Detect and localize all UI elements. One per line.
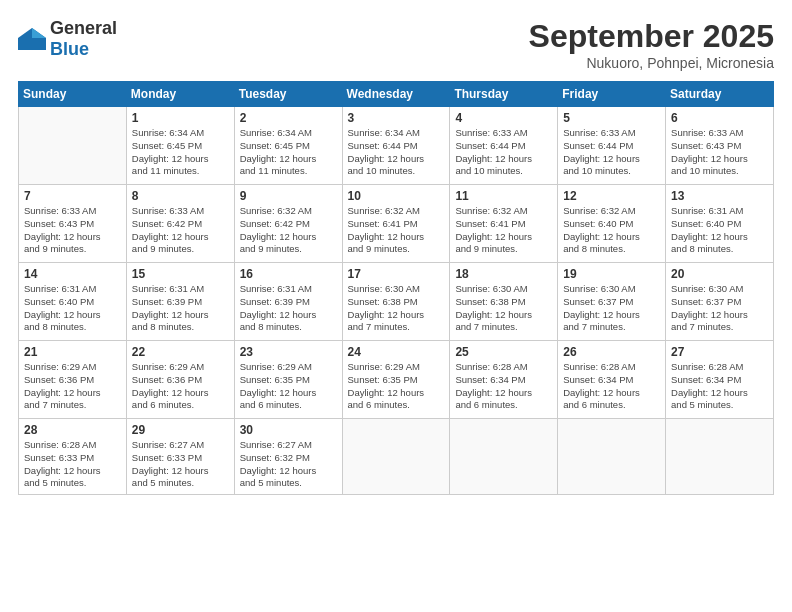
day-number: 24 [348, 345, 445, 359]
day-number: 25 [455, 345, 552, 359]
day-info: Sunrise: 6:31 AMSunset: 6:40 PMDaylight:… [671, 205, 768, 256]
month-title: September 2025 [529, 18, 774, 55]
day-info: Sunrise: 6:34 AMSunset: 6:45 PMDaylight:… [240, 127, 337, 178]
day-info: Sunrise: 6:33 AMSunset: 6:43 PMDaylight:… [671, 127, 768, 178]
calendar-cell: 15Sunrise: 6:31 AMSunset: 6:39 PMDayligh… [126, 263, 234, 341]
day-info: Sunrise: 6:29 AMSunset: 6:35 PMDaylight:… [240, 361, 337, 412]
day-number: 26 [563, 345, 660, 359]
day-info: Sunrise: 6:32 AMSunset: 6:41 PMDaylight:… [348, 205, 445, 256]
calendar-cell: 29Sunrise: 6:27 AMSunset: 6:33 PMDayligh… [126, 419, 234, 495]
logo-general: General [50, 18, 117, 38]
calendar-week-row: 21Sunrise: 6:29 AMSunset: 6:36 PMDayligh… [19, 341, 774, 419]
day-info: Sunrise: 6:34 AMSunset: 6:45 PMDaylight:… [132, 127, 229, 178]
calendar-week-row: 28Sunrise: 6:28 AMSunset: 6:33 PMDayligh… [19, 419, 774, 495]
calendar-week-row: 14Sunrise: 6:31 AMSunset: 6:40 PMDayligh… [19, 263, 774, 341]
calendar-cell: 24Sunrise: 6:29 AMSunset: 6:35 PMDayligh… [342, 341, 450, 419]
header-monday: Monday [126, 82, 234, 107]
day-info: Sunrise: 6:29 AMSunset: 6:36 PMDaylight:… [24, 361, 121, 412]
day-number: 6 [671, 111, 768, 125]
calendar-cell: 1Sunrise: 6:34 AMSunset: 6:45 PMDaylight… [126, 107, 234, 185]
header-saturday: Saturday [666, 82, 774, 107]
calendar-cell: 27Sunrise: 6:28 AMSunset: 6:34 PMDayligh… [666, 341, 774, 419]
day-info: Sunrise: 6:34 AMSunset: 6:44 PMDaylight:… [348, 127, 445, 178]
day-number: 3 [348, 111, 445, 125]
calendar-cell [558, 419, 666, 495]
calendar-cell: 23Sunrise: 6:29 AMSunset: 6:35 PMDayligh… [234, 341, 342, 419]
day-number: 12 [563, 189, 660, 203]
day-number: 4 [455, 111, 552, 125]
day-number: 11 [455, 189, 552, 203]
calendar-week-row: 7Sunrise: 6:33 AMSunset: 6:43 PMDaylight… [19, 185, 774, 263]
calendar-cell: 28Sunrise: 6:28 AMSunset: 6:33 PMDayligh… [19, 419, 127, 495]
calendar-cell: 21Sunrise: 6:29 AMSunset: 6:36 PMDayligh… [19, 341, 127, 419]
calendar-cell: 7Sunrise: 6:33 AMSunset: 6:43 PMDaylight… [19, 185, 127, 263]
day-info: Sunrise: 6:28 AMSunset: 6:33 PMDaylight:… [24, 439, 121, 490]
calendar-week-row: 1Sunrise: 6:34 AMSunset: 6:45 PMDaylight… [19, 107, 774, 185]
calendar-cell: 9Sunrise: 6:32 AMSunset: 6:42 PMDaylight… [234, 185, 342, 263]
day-info: Sunrise: 6:28 AMSunset: 6:34 PMDaylight:… [563, 361, 660, 412]
day-info: Sunrise: 6:31 AMSunset: 6:40 PMDaylight:… [24, 283, 121, 334]
day-info: Sunrise: 6:32 AMSunset: 6:41 PMDaylight:… [455, 205, 552, 256]
title-block: September 2025 Nukuoro, Pohnpei, Microne… [529, 18, 774, 71]
calendar-cell: 11Sunrise: 6:32 AMSunset: 6:41 PMDayligh… [450, 185, 558, 263]
day-info: Sunrise: 6:28 AMSunset: 6:34 PMDaylight:… [455, 361, 552, 412]
header-friday: Friday [558, 82, 666, 107]
day-number: 5 [563, 111, 660, 125]
calendar-cell: 12Sunrise: 6:32 AMSunset: 6:40 PMDayligh… [558, 185, 666, 263]
day-info: Sunrise: 6:33 AMSunset: 6:44 PMDaylight:… [455, 127, 552, 178]
calendar-cell: 4Sunrise: 6:33 AMSunset: 6:44 PMDaylight… [450, 107, 558, 185]
calendar-cell [450, 419, 558, 495]
day-info: Sunrise: 6:29 AMSunset: 6:36 PMDaylight:… [132, 361, 229, 412]
calendar-cell: 5Sunrise: 6:33 AMSunset: 6:44 PMDaylight… [558, 107, 666, 185]
day-number: 29 [132, 423, 229, 437]
calendar-cell: 17Sunrise: 6:30 AMSunset: 6:38 PMDayligh… [342, 263, 450, 341]
logo-text: General Blue [50, 18, 117, 60]
calendar-cell: 18Sunrise: 6:30 AMSunset: 6:38 PMDayligh… [450, 263, 558, 341]
header-thursday: Thursday [450, 82, 558, 107]
day-number: 18 [455, 267, 552, 281]
day-info: Sunrise: 6:30 AMSunset: 6:38 PMDaylight:… [348, 283, 445, 334]
day-info: Sunrise: 6:28 AMSunset: 6:34 PMDaylight:… [671, 361, 768, 412]
day-number: 21 [24, 345, 121, 359]
day-info: Sunrise: 6:27 AMSunset: 6:33 PMDaylight:… [132, 439, 229, 490]
calendar-cell: 25Sunrise: 6:28 AMSunset: 6:34 PMDayligh… [450, 341, 558, 419]
day-number: 7 [24, 189, 121, 203]
day-info: Sunrise: 6:33 AMSunset: 6:42 PMDaylight:… [132, 205, 229, 256]
day-number: 19 [563, 267, 660, 281]
day-number: 27 [671, 345, 768, 359]
calendar-cell: 14Sunrise: 6:31 AMSunset: 6:40 PMDayligh… [19, 263, 127, 341]
day-number: 22 [132, 345, 229, 359]
day-info: Sunrise: 6:31 AMSunset: 6:39 PMDaylight:… [132, 283, 229, 334]
calendar-cell: 10Sunrise: 6:32 AMSunset: 6:41 PMDayligh… [342, 185, 450, 263]
day-info: Sunrise: 6:31 AMSunset: 6:39 PMDaylight:… [240, 283, 337, 334]
day-number: 23 [240, 345, 337, 359]
day-number: 30 [240, 423, 337, 437]
logo-blue: Blue [50, 39, 89, 59]
calendar-cell: 6Sunrise: 6:33 AMSunset: 6:43 PMDaylight… [666, 107, 774, 185]
day-info: Sunrise: 6:30 AMSunset: 6:37 PMDaylight:… [563, 283, 660, 334]
day-number: 10 [348, 189, 445, 203]
weekday-header-row: Sunday Monday Tuesday Wednesday Thursday… [19, 82, 774, 107]
day-number: 17 [348, 267, 445, 281]
calendar-cell: 26Sunrise: 6:28 AMSunset: 6:34 PMDayligh… [558, 341, 666, 419]
day-info: Sunrise: 6:27 AMSunset: 6:32 PMDaylight:… [240, 439, 337, 490]
calendar-cell [666, 419, 774, 495]
logo: General Blue [18, 18, 117, 60]
location: Nukuoro, Pohnpei, Micronesia [529, 55, 774, 71]
day-info: Sunrise: 6:32 AMSunset: 6:42 PMDaylight:… [240, 205, 337, 256]
calendar-cell: 30Sunrise: 6:27 AMSunset: 6:32 PMDayligh… [234, 419, 342, 495]
calendar-cell: 16Sunrise: 6:31 AMSunset: 6:39 PMDayligh… [234, 263, 342, 341]
svg-marker-1 [32, 28, 46, 38]
day-number: 15 [132, 267, 229, 281]
day-number: 13 [671, 189, 768, 203]
header-sunday: Sunday [19, 82, 127, 107]
day-number: 16 [240, 267, 337, 281]
calendar-cell: 3Sunrise: 6:34 AMSunset: 6:44 PMDaylight… [342, 107, 450, 185]
day-number: 2 [240, 111, 337, 125]
logo-icon [18, 28, 46, 50]
calendar-cell: 13Sunrise: 6:31 AMSunset: 6:40 PMDayligh… [666, 185, 774, 263]
day-info: Sunrise: 6:33 AMSunset: 6:43 PMDaylight:… [24, 205, 121, 256]
day-number: 9 [240, 189, 337, 203]
page: General Blue September 2025 Nukuoro, Poh… [0, 0, 792, 612]
day-number: 14 [24, 267, 121, 281]
